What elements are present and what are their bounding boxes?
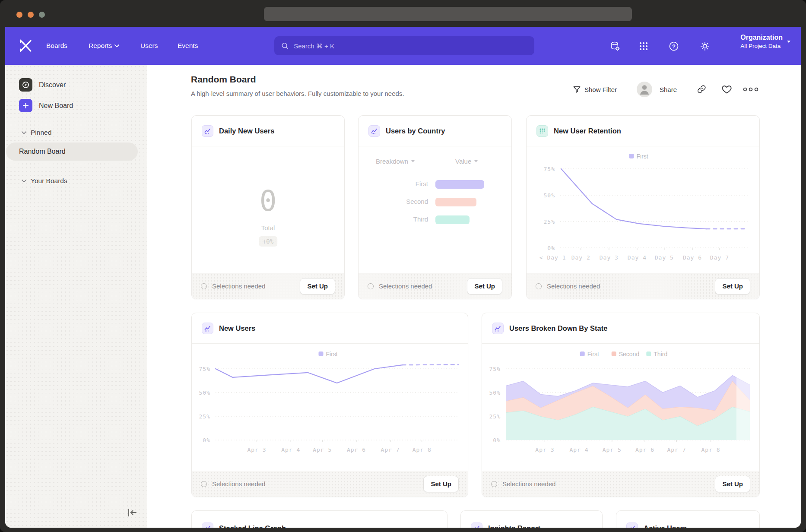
show-filter-button[interactable]: Show Filter [573,84,617,95]
bar-label: Second [359,198,428,205]
card-footer: Selections needed Set Up [482,471,759,497]
card-new-user-retention[interactable]: New User Retention 75%50%25%0%< Day 1Day… [526,115,760,299]
card-footer: Selections needed Set Up [192,471,468,497]
svg-text:25%: 25% [489,413,501,420]
sidebar-item-new-board[interactable]: New Board [39,102,73,110]
svg-text:50%: 50% [544,192,555,199]
card-stacked-line-graph[interactable]: Stacked Line Graph [191,510,447,528]
status-circle-icon [368,283,374,289]
svg-text:75%: 75% [199,366,210,372]
nav-item-label: Boards [46,42,67,50]
nav-item-boards[interactable]: Boards [46,27,67,65]
svg-text:Apr 5: Apr 5 [313,446,332,453]
svg-text:25%: 25% [199,413,210,420]
card-body: 0 Total ↑0% [192,146,344,273]
section-label: Pinned [31,129,51,136]
card-footer: Selections needed Set Up [192,273,344,299]
status-text: Selections needed [212,480,418,488]
status-text: Selections needed [379,282,462,290]
card-title: Users Broken Down By State [509,324,607,332]
sidebar-item-discover[interactable]: Discover [39,81,66,89]
breakdown-dropdown[interactable]: Breakdown [376,158,415,165]
card-daily-new-users[interactable]: Daily New Users 0 Total ↑0% Selections n… [191,115,345,299]
card-header: Active Users [616,511,759,528]
collapse-sidebar-icon[interactable] [127,507,138,518]
share-button[interactable]: Share [660,84,677,95]
share-label: Share [660,86,677,93]
svg-text:Apr 3: Apr 3 [247,446,266,453]
set-up-button[interactable]: Set Up [423,476,459,492]
card-body: 75%50%25%0%< Day 1Day 2Day 3Day 4Day 5Da… [527,146,759,273]
card-footer: Selections needed Set Up [359,273,511,299]
settings-gear-icon[interactable] [700,41,710,51]
card-body: 75%50%25%0%Apr 3Apr 4Apr 5Apr 6Apr 7Apr … [192,344,468,471]
svg-text:75%: 75% [489,366,501,372]
card-title: Insights Report [488,524,540,528]
card-users-by-country[interactable]: Users by Country Breakdown Value FirstSe… [358,115,512,299]
svg-text:Apr 8: Apr 8 [701,446,720,453]
svg-text:First: First [587,351,599,358]
help-icon[interactable]: ? [669,41,679,51]
zoom-window-button[interactable] [39,12,45,18]
nav-item-users[interactable]: Users [140,27,158,65]
set-up-button[interactable]: Set Up [715,476,750,492]
metric-value: 0 [192,184,344,218]
status-circle-icon [536,283,542,289]
favorite-heart-icon[interactable] [721,84,732,95]
new-users-line-chart: 75%50%25%0%Apr 3Apr 4Apr 5Apr 6Apr 7Apr … [192,344,468,472]
sidebar-section-your-boards[interactable]: Your Boards [22,177,67,185]
svg-text:Day 5: Day 5 [655,254,674,261]
org-project-switcher[interactable]: Organization All Project Data [740,34,790,49]
status-text: Selections needed [502,480,710,488]
app-window: Boards Reports Users Events [5,27,801,528]
card-header: Insights Report [461,511,602,528]
search-input[interactable] [293,42,527,50]
project-name: All Project Data [740,43,783,49]
set-up-button[interactable]: Set Up [467,278,502,294]
set-up-button[interactable]: Set Up [715,278,750,294]
card-footer: Selections needed Set Up [527,273,759,299]
bar [435,198,476,206]
card-insights-report[interactable]: Insights Report [460,510,603,528]
chevron-down-icon [114,44,119,48]
mixpanel-logo-icon[interactable] [18,38,34,54]
chevron-down-icon [22,131,26,134]
status-text: Selections needed [212,282,295,290]
card-header: New User Retention [527,116,759,146]
card-header: New Users [192,313,468,344]
retention-line-chart: 75%50%25%0%< Day 1Day 2Day 3Day 4Day 5Da… [527,146,759,274]
nav-item-label: Reports [89,42,112,50]
top-nav: Boards Reports Users Events [5,27,801,65]
global-search[interactable] [274,36,534,55]
svg-text:50%: 50% [489,390,501,396]
minimize-window-button[interactable] [28,12,34,18]
card-new-users[interactable]: New Users 75%50%25%0%Apr 3Apr 4Apr 5Apr … [191,313,468,497]
nav-item-reports[interactable]: Reports [89,27,119,65]
svg-text:Apr 8: Apr 8 [413,446,432,453]
sidebar-section-pinned[interactable]: Pinned [22,129,51,136]
line-chart-icon [202,323,213,334]
browser-address-bar[interactable] [264,7,632,21]
svg-text:Day 3: Day 3 [600,254,619,261]
close-window-button[interactable] [16,12,22,18]
apps-grid-icon[interactable] [638,41,649,51]
line-chart-icon [626,522,638,528]
card-active-users[interactable]: Active Users [616,510,760,528]
set-up-button[interactable]: Set Up [300,278,335,294]
more-options-icon[interactable] [743,87,759,92]
sidebar: Discover New Board Pinned Random Board Y… [5,65,147,528]
card-users-by-state[interactable]: Users Broken Down By State 75%50%25%0%Ap… [482,313,760,497]
new-board-icon[interactable] [19,99,32,112]
window-titlebar [0,0,806,27]
data-management-icon[interactable] [610,41,620,51]
value-dropdown[interactable]: Value [455,158,478,165]
chevron-down-icon [474,160,478,162]
copy-link-icon[interactable] [697,84,707,94]
nav-item-events[interactable]: Events [178,27,198,65]
svg-text:Day 4: Day 4 [628,254,647,261]
card-body: 75%50%25%0%Apr 3Apr 4Apr 5Apr 6Apr 7Apr … [482,344,759,471]
avatar[interactable] [637,82,652,97]
sidebar-item-random-board[interactable]: Random Board [6,142,138,161]
card-title: Stacked Line Graph [219,524,286,528]
discover-icon[interactable] [19,78,32,92]
